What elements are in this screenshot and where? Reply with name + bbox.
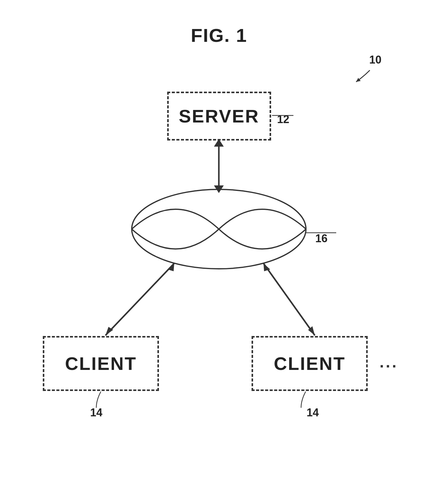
diagram-svg (0, 0, 438, 504)
svg-line-8 (263, 263, 315, 335)
svg-marker-0 (356, 78, 361, 82)
ref-client-left-number: 14 (90, 406, 102, 419)
svg-marker-7 (105, 327, 113, 335)
ref-server-number: 12 (277, 113, 289, 126)
client-box-right: CLIENT (252, 336, 368, 391)
server-label: SERVER (179, 106, 259, 127)
svg-marker-6 (167, 263, 174, 271)
diagram-container: FIG. 1 10 SERVER 12 16 CLIENT CLIENT 14 … (0, 0, 438, 504)
server-box: SERVER (167, 92, 271, 141)
svg-marker-3 (214, 185, 224, 193)
svg-point-4 (132, 189, 306, 269)
ref-client-right-number: 14 (307, 406, 319, 419)
svg-marker-10 (308, 326, 315, 335)
svg-line-5 (105, 263, 174, 335)
ellipsis-dots: ... (380, 353, 398, 371)
ref-network-number: 16 (315, 232, 328, 245)
client-box-left: CLIENT (43, 336, 159, 391)
client-left-label: CLIENT (65, 353, 137, 374)
figure-title: FIG. 1 (191, 24, 247, 46)
ref-system-number: 10 (369, 53, 381, 66)
client-right-label: CLIENT (274, 353, 346, 374)
svg-marker-9 (263, 263, 270, 271)
